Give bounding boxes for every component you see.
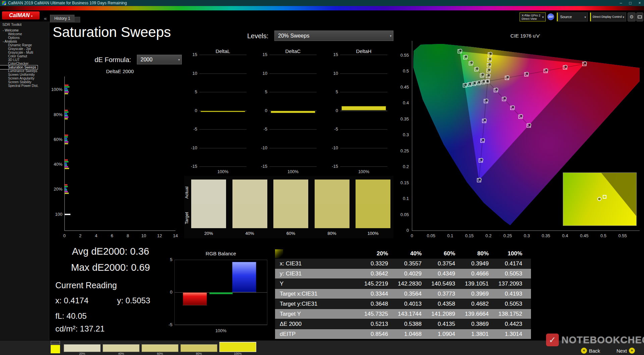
sidebar-item-welcome[interactable]: Welcome <box>0 32 49 36</box>
patch-window-button[interactable] <box>51 341 60 344</box>
table-cell: 1.0904 <box>430 329 464 339</box>
deltae-bar-magenta <box>65 141 68 143</box>
deltah-grid <box>340 73 387 74</box>
sidebar-item-screen-uniformity[interactable]: Screen Uniformity <box>0 73 49 77</box>
table-cell: 0.4666 <box>464 269 497 279</box>
rgb-xlabel: 100% <box>174 328 267 333</box>
sidebar-item-saturation-sweeps[interactable]: Saturation Sweeps <box>0 65 38 69</box>
sidebar-collapse-button[interactable]: « <box>44 15 47 21</box>
deltah-ytick: -5 <box>326 126 338 132</box>
inset-measurement-marker <box>597 197 601 201</box>
deltae-bar-magenta <box>65 166 68 167</box>
deltac-ytick: -5 <box>255 126 267 132</box>
app-window: CalMAN 2019 CalMAN Ultimate for Business… <box>0 0 644 355</box>
sidebar-item-analysis[interactable]: - Analysis <box>0 40 49 43</box>
sidebar-item-screen-angularity[interactable]: Screen Angularity <box>0 77 49 80</box>
maximize-button[interactable]: □ <box>626 0 635 6</box>
calman-logo-button[interactable]: CalMAN▾ <box>2 11 40 19</box>
deltac-ytick: 0 <box>255 108 267 113</box>
swatch-label: 80% <box>315 231 350 236</box>
deltac-ytick: -15 <box>255 164 267 169</box>
sidebar-item-color-gamut[interactable]: Color Gamut <box>0 54 49 58</box>
cie-ytick: 0.2 <box>393 164 409 169</box>
chevron-down-icon: ▾ <box>542 15 544 19</box>
history-tab[interactable]: History 1 <box>50 15 74 22</box>
minimize-button[interactable]: – <box>616 0 625 6</box>
sidebar-item-luminance-sweeps[interactable]: Luminance Sweeps <box>0 69 49 73</box>
deltah-grid <box>340 148 387 148</box>
deltae-bar-yellow <box>65 168 69 169</box>
patch-20%[interactable] <box>64 344 101 352</box>
notebookcheck-logo: ✓ <box>546 334 559 346</box>
table-cell: 1.3801 <box>464 329 497 339</box>
table-row: ΔE 20000.52130.53880.41350.38690.4423 <box>275 319 531 329</box>
table-row: Target y:CIE310.36480.40130.43580.46820.… <box>275 299 531 309</box>
back-button[interactable]: « Back <box>581 348 600 354</box>
table-cell: 145.2219 <box>363 279 397 289</box>
sidebar-item-grayscale-2pt[interactable]: Grayscale - 2pt <box>0 47 49 51</box>
gear-icon: ⚙ <box>630 14 634 19</box>
settings-button[interactable]: ⚙ <box>628 12 636 21</box>
cie-measurement-marker-yellow <box>488 63 491 66</box>
meter-selector[interactable]: X-Rite i1Pro 2 Direct View ▾ <box>520 12 546 21</box>
next-button[interactable]: Next » <box>616 348 635 354</box>
tab-stub[interactable] <box>74 17 80 22</box>
next-icon: » <box>629 348 635 354</box>
table-column-header: 20% <box>363 249 397 259</box>
formula-dropdown[interactable]: 2000 ▾ <box>137 55 182 64</box>
sidebar-item-screen-stability[interactable]: Screen Stability <box>0 80 49 84</box>
table-cell: 142.2830 <box>397 279 430 289</box>
table-cell: 1.3014 <box>497 329 531 339</box>
deltae-ytick: 100% <box>48 87 62 92</box>
sidebar-item-dynamic-range[interactable]: Dynamic Range <box>0 43 49 47</box>
source-selector[interactable]: Source ▾ <box>557 12 588 21</box>
patch-label: 20% <box>64 352 101 355</box>
sidebar-item-options[interactable]: Options <box>0 36 49 40</box>
sidebar-item-grayscale-multi[interactable]: Grayscale - Multi <box>0 51 49 54</box>
display-control-selector[interactable]: Direct Display Control ▾ <box>590 12 626 21</box>
cie-measurement-marker-green <box>459 49 462 52</box>
deltae-bar-cyan <box>65 140 67 141</box>
cie-measurement-marker-cyan <box>469 82 472 85</box>
close-button[interactable]: × <box>635 0 644 6</box>
table-cell: 0.4013 <box>397 299 430 309</box>
table-cell: 0.3564 <box>397 289 430 299</box>
table-cell: 0.4423 <box>497 319 531 329</box>
deltae-bar-blue <box>65 113 67 114</box>
cie-ytick: 0.55 <box>393 53 409 58</box>
levels-dropdown[interactable]: 20% Sweeps ▾ <box>274 31 393 41</box>
table-cell: 0.3773 <box>430 289 464 299</box>
deltah-grid <box>340 111 387 111</box>
patch-80%[interactable] <box>180 344 217 352</box>
cie-measurement-marker-cyan <box>464 83 467 86</box>
sidebar-item-colorchecker[interactable]: ColorChecker <box>0 62 49 65</box>
table-cell: 0.4174 <box>497 259 531 269</box>
deltal-ytick: -15 <box>185 164 197 169</box>
deltae-bar-blue <box>65 188 66 189</box>
patch-60%[interactable] <box>142 344 178 352</box>
levels-value: 20% Sweeps <box>275 31 393 41</box>
monitor-icon <box>638 15 642 18</box>
sidebar-item-spectral-power-dist[interactable]: Spectral Power Dist. <box>0 84 49 88</box>
patch-40%[interactable] <box>103 344 140 352</box>
cie-xtick: 0.15 <box>462 233 477 238</box>
deltah-grid <box>340 166 387 167</box>
patch-100%[interactable] <box>219 342 256 352</box>
swatch-actual-80% <box>315 180 350 204</box>
cie-ytick: 0.3 <box>393 132 409 137</box>
deltal-ytick: -5 <box>185 126 197 132</box>
table-row-label: dEITP <box>275 329 363 339</box>
cie-measurement-marker-yellow <box>488 68 491 71</box>
deltah-ytick: 5 <box>326 89 338 94</box>
sidebar-item-welcome[interactable]: - Welcome <box>0 29 49 32</box>
cie-ytick: 0.05 <box>393 212 409 217</box>
sidebar-item-3d-lut[interactable]: 3D LUT <box>0 58 49 62</box>
deltal-xlabel: 100% <box>199 169 247 174</box>
deltah-ytick: 15 <box>326 52 338 57</box>
display-button[interactable] <box>636 12 643 21</box>
table-cell: 141.2089 <box>430 309 464 319</box>
deltac-grid <box>269 55 317 55</box>
chevron-down-icon: ▾ <box>31 14 33 18</box>
deltae-xtick: 12 <box>155 233 164 238</box>
cie-measurement-marker-red <box>526 72 529 75</box>
